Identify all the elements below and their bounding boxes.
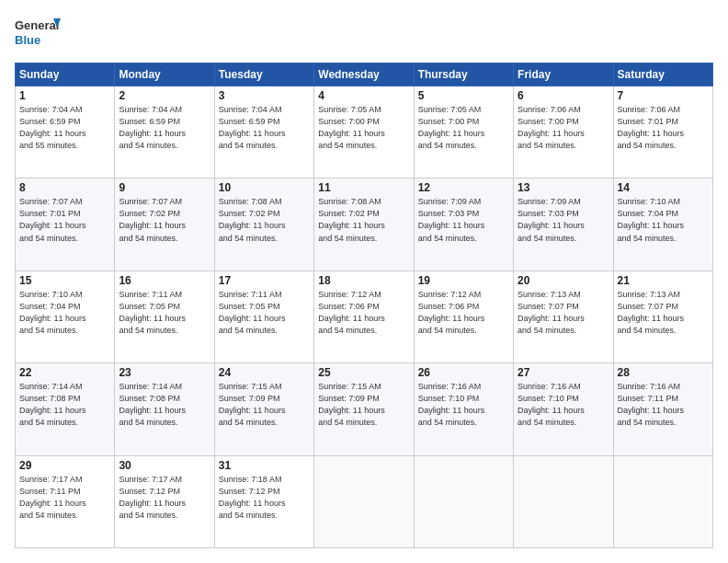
day-info: Sunrise: 7:16 AMSunset: 7:11 PMDaylight:…	[618, 381, 709, 429]
day-number: 25	[318, 366, 409, 379]
day-info: Sunrise: 7:05 AMSunset: 7:00 PMDaylight:…	[418, 104, 509, 152]
day-number: 22	[19, 366, 110, 379]
weekday-header-wednesday: Wednesday	[314, 63, 414, 86]
day-info: Sunrise: 7:09 AMSunset: 7:03 PMDaylight:…	[418, 196, 509, 244]
calendar-cell: 11Sunrise: 7:08 AMSunset: 7:02 PMDayligh…	[314, 178, 414, 270]
weekday-header-sunday: Sunday	[16, 63, 115, 86]
day-info: Sunrise: 7:14 AMSunset: 7:08 PMDaylight:…	[19, 381, 110, 429]
day-number: 7	[618, 89, 709, 102]
day-info: Sunrise: 7:17 AMSunset: 7:12 PMDaylight:…	[119, 474, 210, 522]
calendar-cell	[613, 455, 712, 547]
calendar-cell: 4Sunrise: 7:05 AMSunset: 7:00 PMDaylight…	[314, 86, 414, 178]
calendar-cell: 29Sunrise: 7:17 AMSunset: 7:11 PMDayligh…	[16, 455, 115, 547]
day-number: 3	[219, 89, 310, 102]
calendar-cell: 17Sunrise: 7:11 AMSunset: 7:05 PMDayligh…	[214, 270, 313, 362]
day-number: 13	[518, 181, 609, 194]
week-row-3: 15Sunrise: 7:10 AMSunset: 7:04 PMDayligh…	[16, 270, 713, 362]
day-info: Sunrise: 7:04 AMSunset: 6:59 PMDaylight:…	[219, 104, 310, 152]
day-info: Sunrise: 7:16 AMSunset: 7:10 PMDaylight:…	[518, 381, 609, 429]
day-number: 9	[119, 181, 210, 194]
calendar-cell: 12Sunrise: 7:09 AMSunset: 7:03 PMDayligh…	[414, 178, 513, 270]
calendar-cell: 13Sunrise: 7:09 AMSunset: 7:03 PMDayligh…	[514, 178, 613, 270]
calendar-body: 1Sunrise: 7:04 AMSunset: 6:59 PMDaylight…	[16, 86, 713, 548]
day-info: Sunrise: 7:13 AMSunset: 7:07 PMDaylight:…	[618, 289, 709, 337]
day-info: Sunrise: 7:11 AMSunset: 7:05 PMDaylight:…	[119, 289, 210, 337]
calendar-cell	[514, 455, 613, 547]
day-info: Sunrise: 7:06 AMSunset: 7:00 PMDaylight:…	[518, 104, 609, 152]
day-number: 4	[318, 89, 409, 102]
calendar-cell: 9Sunrise: 7:07 AMSunset: 7:02 PMDaylight…	[115, 178, 214, 270]
calendar-cell: 31Sunrise: 7:18 AMSunset: 7:12 PMDayligh…	[214, 455, 313, 547]
week-row-4: 22Sunrise: 7:14 AMSunset: 7:08 PMDayligh…	[16, 363, 713, 455]
day-number: 27	[518, 366, 609, 379]
calendar-cell: 1Sunrise: 7:04 AMSunset: 6:59 PMDaylight…	[16, 86, 115, 178]
calendar-cell: 3Sunrise: 7:04 AMSunset: 6:59 PMDaylight…	[214, 86, 313, 178]
calendar-cell: 26Sunrise: 7:16 AMSunset: 7:10 PMDayligh…	[414, 363, 513, 455]
svg-text:Blue: Blue	[15, 33, 40, 47]
day-info: Sunrise: 7:04 AMSunset: 6:59 PMDaylight:…	[19, 104, 110, 152]
week-row-2: 8Sunrise: 7:07 AMSunset: 7:01 PMDaylight…	[16, 178, 713, 270]
calendar-cell: 28Sunrise: 7:16 AMSunset: 7:11 PMDayligh…	[613, 363, 712, 455]
weekday-header-row: SundayMondayTuesdayWednesdayThursdayFrid…	[16, 63, 713, 86]
day-info: Sunrise: 7:12 AMSunset: 7:06 PMDaylight:…	[418, 289, 509, 337]
calendar-cell: 6Sunrise: 7:06 AMSunset: 7:00 PMDaylight…	[514, 86, 613, 178]
day-number: 1	[19, 89, 110, 102]
calendar-cell: 18Sunrise: 7:12 AMSunset: 7:06 PMDayligh…	[314, 270, 414, 362]
day-info: Sunrise: 7:18 AMSunset: 7:12 PMDaylight:…	[219, 474, 310, 522]
day-info: Sunrise: 7:07 AMSunset: 7:01 PMDaylight:…	[19, 196, 110, 244]
calendar-cell	[314, 455, 414, 547]
weekday-header-thursday: Thursday	[414, 63, 513, 86]
weekday-header-monday: Monday	[115, 63, 214, 86]
day-number: 10	[219, 181, 310, 194]
day-info: Sunrise: 7:13 AMSunset: 7:07 PMDaylight:…	[518, 289, 609, 337]
day-number: 12	[418, 181, 509, 194]
calendar-cell: 2Sunrise: 7:04 AMSunset: 6:59 PMDaylight…	[115, 86, 214, 178]
day-number: 2	[119, 89, 210, 102]
logo-svg: General Blue	[15, 15, 61, 53]
day-info: Sunrise: 7:12 AMSunset: 7:06 PMDaylight:…	[318, 289, 409, 337]
week-row-5: 29Sunrise: 7:17 AMSunset: 7:11 PMDayligh…	[16, 455, 713, 547]
calendar-cell: 19Sunrise: 7:12 AMSunset: 7:06 PMDayligh…	[414, 270, 513, 362]
page: General Blue SundayMondayTuesdayWednesda…	[0, 0, 728, 563]
day-number: 8	[19, 181, 110, 194]
day-info: Sunrise: 7:09 AMSunset: 7:03 PMDaylight:…	[518, 196, 609, 244]
weekday-header-saturday: Saturday	[613, 63, 712, 86]
day-number: 30	[119, 459, 210, 472]
day-info: Sunrise: 7:08 AMSunset: 7:02 PMDaylight:…	[318, 196, 409, 244]
calendar-cell: 14Sunrise: 7:10 AMSunset: 7:04 PMDayligh…	[613, 178, 712, 270]
day-number: 28	[618, 366, 709, 379]
calendar-cell: 15Sunrise: 7:10 AMSunset: 7:04 PMDayligh…	[16, 270, 115, 362]
day-number: 16	[119, 274, 210, 287]
calendar-cell: 30Sunrise: 7:17 AMSunset: 7:12 PMDayligh…	[115, 455, 214, 547]
svg-text:General: General	[15, 18, 59, 32]
day-info: Sunrise: 7:05 AMSunset: 7:00 PMDaylight:…	[318, 104, 409, 152]
day-number: 29	[19, 459, 110, 472]
day-number: 5	[418, 89, 509, 102]
day-info: Sunrise: 7:17 AMSunset: 7:11 PMDaylight:…	[19, 474, 110, 522]
week-row-1: 1Sunrise: 7:04 AMSunset: 6:59 PMDaylight…	[16, 86, 713, 178]
calendar-cell: 23Sunrise: 7:14 AMSunset: 7:08 PMDayligh…	[115, 363, 214, 455]
calendar-cell: 8Sunrise: 7:07 AMSunset: 7:01 PMDaylight…	[16, 178, 115, 270]
day-number: 23	[119, 366, 210, 379]
day-number: 26	[418, 366, 509, 379]
calendar-cell: 5Sunrise: 7:05 AMSunset: 7:00 PMDaylight…	[414, 86, 513, 178]
calendar-cell: 20Sunrise: 7:13 AMSunset: 7:07 PMDayligh…	[514, 270, 613, 362]
weekday-header-tuesday: Tuesday	[214, 63, 313, 86]
day-info: Sunrise: 7:10 AMSunset: 7:04 PMDaylight:…	[618, 196, 709, 244]
day-number: 31	[219, 459, 310, 472]
day-info: Sunrise: 7:15 AMSunset: 7:09 PMDaylight:…	[219, 381, 310, 429]
day-info: Sunrise: 7:04 AMSunset: 6:59 PMDaylight:…	[119, 104, 210, 152]
calendar-cell: 7Sunrise: 7:06 AMSunset: 7:01 PMDaylight…	[613, 86, 712, 178]
calendar-table: SundayMondayTuesdayWednesdayThursdayFrid…	[15, 63, 713, 548]
calendar-cell	[414, 455, 513, 547]
calendar-cell: 22Sunrise: 7:14 AMSunset: 7:08 PMDayligh…	[16, 363, 115, 455]
calendar-cell: 27Sunrise: 7:16 AMSunset: 7:10 PMDayligh…	[514, 363, 613, 455]
day-number: 14	[618, 181, 709, 194]
day-info: Sunrise: 7:16 AMSunset: 7:10 PMDaylight:…	[418, 381, 509, 429]
day-info: Sunrise: 7:06 AMSunset: 7:01 PMDaylight:…	[618, 104, 709, 152]
logo: General Blue	[15, 15, 61, 53]
day-number: 15	[19, 274, 110, 287]
day-number: 6	[518, 89, 609, 102]
day-info: Sunrise: 7:15 AMSunset: 7:09 PMDaylight:…	[318, 381, 409, 429]
day-number: 19	[418, 274, 509, 287]
